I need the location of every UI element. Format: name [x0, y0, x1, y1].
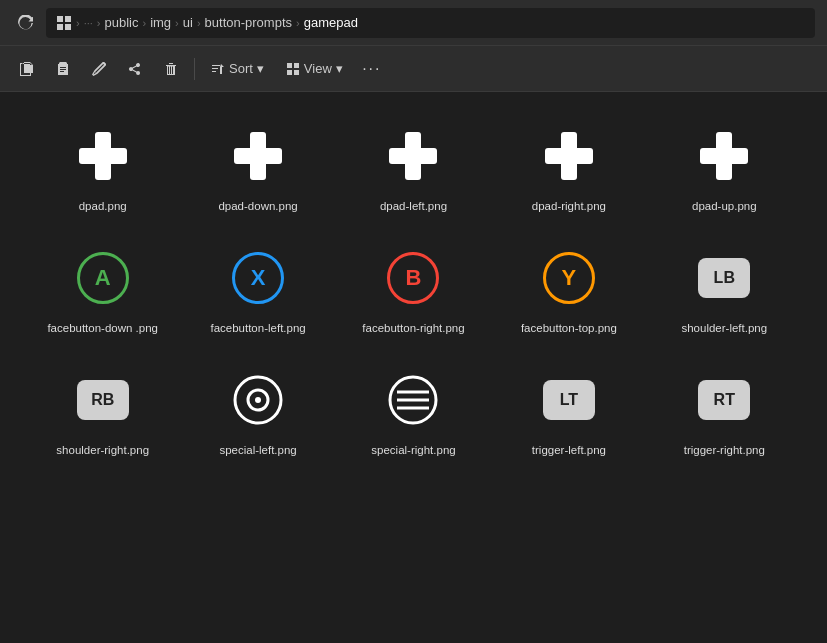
dpad-right-icon [537, 124, 601, 188]
breadcrumb-gamepad[interactable]: gamepad [304, 15, 358, 30]
svg-rect-6 [287, 70, 292, 75]
top-bar: › ··· › public › img › ui › button-promp… [0, 0, 827, 46]
file-item-shoulder-left[interactable]: LB shoulder-left.png [652, 234, 797, 346]
breadcrumb-sep-0: › [76, 17, 80, 29]
rename-button[interactable] [82, 52, 116, 86]
svg-rect-0 [57, 16, 63, 22]
breadcrumb-sep-4: › [197, 17, 201, 29]
dpad-up-icon [692, 124, 756, 188]
file-name-trigger-right: trigger-right.png [684, 442, 765, 458]
svg-point-20 [255, 397, 261, 403]
file-item-trigger-right[interactable]: RT trigger-right.png [652, 356, 797, 468]
facebutton-down-icon: A [71, 246, 135, 310]
breadcrumb-button-prompts[interactable]: button-prompts [205, 15, 292, 30]
file-item-special-left[interactable]: special-left.png [185, 356, 330, 468]
breadcrumb-public[interactable]: public [105, 15, 139, 30]
toolbar-divider [194, 58, 195, 80]
file-item-facebutton-left[interactable]: X facebutton-left.png [185, 234, 330, 346]
breadcrumb-dots: ··· [84, 17, 93, 29]
copy-button[interactable] [10, 52, 44, 86]
file-item-special-right[interactable]: special-right.png [341, 356, 486, 468]
breadcrumb: › ··· › public › img › ui › button-promp… [46, 8, 815, 38]
rb-badge: RB [77, 380, 129, 420]
dpad-icon [71, 124, 135, 188]
svg-rect-9 [79, 148, 127, 164]
main-content: dpad.png dpad-down.png dpad-left.png [0, 92, 827, 643]
toolbar: Sort ▾ View ▾ ··· [0, 46, 827, 92]
dpad-down-icon [226, 124, 290, 188]
share-button[interactable] [118, 52, 152, 86]
file-item-dpad-right[interactable]: dpad-right.png [496, 112, 641, 224]
dpad-left-icon [381, 124, 445, 188]
delete-button[interactable] [154, 52, 188, 86]
breadcrumb-ui[interactable]: ui [183, 15, 193, 30]
svg-rect-5 [294, 63, 299, 68]
svg-rect-11 [234, 148, 282, 164]
breadcrumb-img[interactable]: img [150, 15, 171, 30]
breadcrumb-sep-1: › [97, 17, 101, 29]
file-name-dpad-down: dpad-down.png [218, 198, 297, 214]
svg-rect-1 [65, 16, 71, 22]
file-grid: dpad.png dpad-down.png dpad-left.png [30, 112, 797, 468]
breadcrumb-sep-5: › [296, 17, 300, 29]
breadcrumb-sep-2: › [142, 17, 146, 29]
file-name-special-left: special-left.png [219, 442, 296, 458]
breadcrumb-sep-3: › [175, 17, 179, 29]
file-item-facebutton-top[interactable]: Y facebutton-top.png [496, 234, 641, 346]
special-right-icon [381, 368, 445, 432]
file-name-facebutton-top: facebutton-top.png [521, 320, 617, 336]
file-item-trigger-left[interactable]: LT trigger-left.png [496, 356, 641, 468]
svg-rect-15 [545, 148, 593, 164]
paste-button[interactable] [46, 52, 80, 86]
file-name-facebutton-down: facebutton-down .png [47, 320, 158, 336]
facebutton-left-icon: X [226, 246, 290, 310]
file-name-dpad-left: dpad-left.png [380, 198, 447, 214]
shoulder-right-icon: RB [71, 368, 135, 432]
file-name-facebutton-right: facebutton-right.png [362, 320, 464, 336]
file-item-facebutton-right[interactable]: B facebutton-right.png [341, 234, 486, 346]
file-item-dpad-left[interactable]: dpad-left.png [341, 112, 486, 224]
svg-rect-17 [700, 148, 748, 164]
file-name-shoulder-left: shoulder-left.png [681, 320, 767, 336]
file-item-dpad[interactable]: dpad.png [30, 112, 175, 224]
file-name-dpad-right: dpad-right.png [532, 198, 606, 214]
file-name-shoulder-right: shoulder-right.png [56, 442, 149, 458]
sort-button[interactable]: Sort ▾ [201, 56, 274, 81]
svg-rect-7 [294, 70, 299, 75]
sort-label: Sort [229, 61, 253, 76]
trigger-left-icon: LT [537, 368, 601, 432]
file-name-dpad-up: dpad-up.png [692, 198, 757, 214]
svg-rect-13 [389, 148, 437, 164]
special-left-icon [226, 368, 290, 432]
file-item-dpad-down[interactable]: dpad-down.png [185, 112, 330, 224]
lt-badge: LT [543, 380, 595, 420]
svg-rect-3 [65, 24, 71, 30]
file-item-facebutton-down[interactable]: A facebutton-down .png [30, 234, 175, 346]
refresh-button[interactable] [12, 9, 40, 37]
facebutton-right-icon: B [381, 246, 445, 310]
lb-badge: LB [698, 258, 750, 298]
rt-badge: RT [698, 380, 750, 420]
file-name-facebutton-left: facebutton-left.png [210, 320, 305, 336]
shoulder-left-icon: LB [692, 246, 756, 310]
svg-rect-2 [57, 24, 63, 30]
facebutton-top-icon: Y [537, 246, 601, 310]
view-chevron: ▾ [336, 61, 343, 76]
svg-rect-4 [287, 63, 292, 68]
trigger-right-icon: RT [692, 368, 756, 432]
more-options-button[interactable]: ··· [355, 52, 389, 86]
view-button[interactable]: View ▾ [276, 56, 353, 81]
sort-chevron: ▾ [257, 61, 264, 76]
file-item-shoulder-right[interactable]: RB shoulder-right.png [30, 356, 175, 468]
file-name-special-right: special-right.png [371, 442, 455, 458]
file-item-dpad-up[interactable]: dpad-up.png [652, 112, 797, 224]
file-name-trigger-left: trigger-left.png [532, 442, 606, 458]
file-name-dpad: dpad.png [79, 198, 127, 214]
view-label: View [304, 61, 332, 76]
